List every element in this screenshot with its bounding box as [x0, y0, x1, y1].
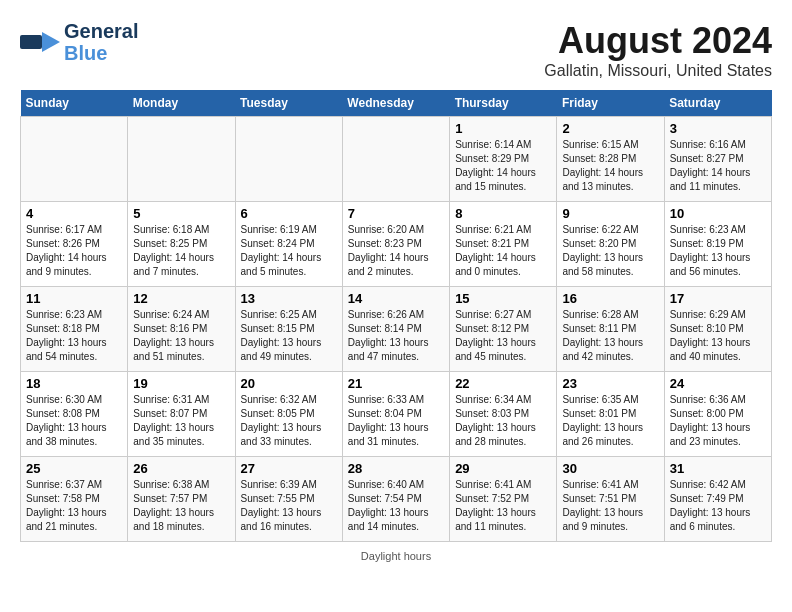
logo-text-blue: Blue: [64, 42, 138, 64]
day-header-tuesday: Tuesday: [235, 90, 342, 117]
cell-info: Sunrise: 6:15 AMSunset: 8:28 PMDaylight:…: [562, 138, 658, 194]
calendar-cell: 23Sunrise: 6:35 AMSunset: 8:01 PMDayligh…: [557, 372, 664, 457]
calendar-cell: 17Sunrise: 6:29 AMSunset: 8:10 PMDayligh…: [664, 287, 771, 372]
calendar-cell: 30Sunrise: 6:41 AMSunset: 7:51 PMDayligh…: [557, 457, 664, 542]
date-number: 5: [133, 206, 229, 221]
footer-note: Daylight hours: [20, 550, 772, 562]
date-number: 30: [562, 461, 658, 476]
day-header-saturday: Saturday: [664, 90, 771, 117]
date-number: 22: [455, 376, 551, 391]
logo: General Blue: [20, 20, 138, 64]
cell-info: Sunrise: 6:19 AMSunset: 8:24 PMDaylight:…: [241, 223, 337, 279]
cell-info: Sunrise: 6:18 AMSunset: 8:25 PMDaylight:…: [133, 223, 229, 279]
calendar-cell: [128, 117, 235, 202]
cell-info: Sunrise: 6:41 AMSunset: 7:52 PMDaylight:…: [455, 478, 551, 534]
date-number: 28: [348, 461, 444, 476]
cell-info: Sunrise: 6:35 AMSunset: 8:01 PMDaylight:…: [562, 393, 658, 449]
date-number: 29: [455, 461, 551, 476]
date-number: 12: [133, 291, 229, 306]
date-number: 9: [562, 206, 658, 221]
page-subtitle: Gallatin, Missouri, United States: [544, 62, 772, 80]
calendar-cell: 3Sunrise: 6:16 AMSunset: 8:27 PMDaylight…: [664, 117, 771, 202]
date-number: 4: [26, 206, 122, 221]
calendar-cell: 2Sunrise: 6:15 AMSunset: 8:28 PMDaylight…: [557, 117, 664, 202]
date-number: 31: [670, 461, 766, 476]
calendar-cell: 18Sunrise: 6:30 AMSunset: 8:08 PMDayligh…: [21, 372, 128, 457]
calendar-cell: 8Sunrise: 6:21 AMSunset: 8:21 PMDaylight…: [450, 202, 557, 287]
date-number: 15: [455, 291, 551, 306]
day-header-friday: Friday: [557, 90, 664, 117]
date-number: 17: [670, 291, 766, 306]
calendar-cell: 9Sunrise: 6:22 AMSunset: 8:20 PMDaylight…: [557, 202, 664, 287]
calendar-week-row: 11Sunrise: 6:23 AMSunset: 8:18 PMDayligh…: [21, 287, 772, 372]
calendar-cell: 19Sunrise: 6:31 AMSunset: 8:07 PMDayligh…: [128, 372, 235, 457]
calendar-cell: 7Sunrise: 6:20 AMSunset: 8:23 PMDaylight…: [342, 202, 449, 287]
cell-info: Sunrise: 6:26 AMSunset: 8:14 PMDaylight:…: [348, 308, 444, 364]
page-title: August 2024: [544, 20, 772, 62]
title-block: August 2024 Gallatin, Missouri, United S…: [544, 20, 772, 80]
date-number: 2: [562, 121, 658, 136]
calendar-table: SundayMondayTuesdayWednesdayThursdayFrid…: [20, 90, 772, 542]
calendar-cell: 12Sunrise: 6:24 AMSunset: 8:16 PMDayligh…: [128, 287, 235, 372]
calendar-cell: 26Sunrise: 6:38 AMSunset: 7:57 PMDayligh…: [128, 457, 235, 542]
logo-graphic: [20, 27, 60, 57]
header: General Blue August 2024 Gallatin, Misso…: [20, 20, 772, 80]
calendar-cell: 28Sunrise: 6:40 AMSunset: 7:54 PMDayligh…: [342, 457, 449, 542]
cell-info: Sunrise: 6:32 AMSunset: 8:05 PMDaylight:…: [241, 393, 337, 449]
logo-text: General: [64, 20, 138, 42]
date-number: 27: [241, 461, 337, 476]
date-number: 7: [348, 206, 444, 221]
cell-info: Sunrise: 6:30 AMSunset: 8:08 PMDaylight:…: [26, 393, 122, 449]
day-header-wednesday: Wednesday: [342, 90, 449, 117]
date-number: 20: [241, 376, 337, 391]
calendar-cell: [342, 117, 449, 202]
date-number: 10: [670, 206, 766, 221]
date-number: 13: [241, 291, 337, 306]
calendar-cell: [235, 117, 342, 202]
calendar-cell: 13Sunrise: 6:25 AMSunset: 8:15 PMDayligh…: [235, 287, 342, 372]
date-number: 23: [562, 376, 658, 391]
date-number: 21: [348, 376, 444, 391]
calendar-cell: 11Sunrise: 6:23 AMSunset: 8:18 PMDayligh…: [21, 287, 128, 372]
cell-info: Sunrise: 6:23 AMSunset: 8:18 PMDaylight:…: [26, 308, 122, 364]
calendar-cell: 29Sunrise: 6:41 AMSunset: 7:52 PMDayligh…: [450, 457, 557, 542]
cell-info: Sunrise: 6:24 AMSunset: 8:16 PMDaylight:…: [133, 308, 229, 364]
calendar-header-row: SundayMondayTuesdayWednesdayThursdayFrid…: [21, 90, 772, 117]
calendar-cell: 21Sunrise: 6:33 AMSunset: 8:04 PMDayligh…: [342, 372, 449, 457]
cell-info: Sunrise: 6:21 AMSunset: 8:21 PMDaylight:…: [455, 223, 551, 279]
calendar-week-row: 18Sunrise: 6:30 AMSunset: 8:08 PMDayligh…: [21, 372, 772, 457]
calendar-cell: 10Sunrise: 6:23 AMSunset: 8:19 PMDayligh…: [664, 202, 771, 287]
calendar-cell: 14Sunrise: 6:26 AMSunset: 8:14 PMDayligh…: [342, 287, 449, 372]
date-number: 14: [348, 291, 444, 306]
calendar-cell: 16Sunrise: 6:28 AMSunset: 8:11 PMDayligh…: [557, 287, 664, 372]
cell-info: Sunrise: 6:28 AMSunset: 8:11 PMDaylight:…: [562, 308, 658, 364]
cell-info: Sunrise: 6:17 AMSunset: 8:26 PMDaylight:…: [26, 223, 122, 279]
cell-info: Sunrise: 6:25 AMSunset: 8:15 PMDaylight:…: [241, 308, 337, 364]
cell-info: Sunrise: 6:16 AMSunset: 8:27 PMDaylight:…: [670, 138, 766, 194]
cell-info: Sunrise: 6:40 AMSunset: 7:54 PMDaylight:…: [348, 478, 444, 534]
day-header-thursday: Thursday: [450, 90, 557, 117]
cell-info: Sunrise: 6:33 AMSunset: 8:04 PMDaylight:…: [348, 393, 444, 449]
date-number: 24: [670, 376, 766, 391]
day-header-monday: Monday: [128, 90, 235, 117]
cell-info: Sunrise: 6:41 AMSunset: 7:51 PMDaylight:…: [562, 478, 658, 534]
calendar-cell: 6Sunrise: 6:19 AMSunset: 8:24 PMDaylight…: [235, 202, 342, 287]
cell-info: Sunrise: 6:38 AMSunset: 7:57 PMDaylight:…: [133, 478, 229, 534]
calendar-cell: [21, 117, 128, 202]
cell-info: Sunrise: 6:31 AMSunset: 8:07 PMDaylight:…: [133, 393, 229, 449]
calendar-week-row: 4Sunrise: 6:17 AMSunset: 8:26 PMDaylight…: [21, 202, 772, 287]
cell-info: Sunrise: 6:39 AMSunset: 7:55 PMDaylight:…: [241, 478, 337, 534]
cell-info: Sunrise: 6:29 AMSunset: 8:10 PMDaylight:…: [670, 308, 766, 364]
cell-info: Sunrise: 6:36 AMSunset: 8:00 PMDaylight:…: [670, 393, 766, 449]
calendar-week-row: 25Sunrise: 6:37 AMSunset: 7:58 PMDayligh…: [21, 457, 772, 542]
calendar-cell: 22Sunrise: 6:34 AMSunset: 8:03 PMDayligh…: [450, 372, 557, 457]
calendar-cell: 15Sunrise: 6:27 AMSunset: 8:12 PMDayligh…: [450, 287, 557, 372]
calendar-cell: 27Sunrise: 6:39 AMSunset: 7:55 PMDayligh…: [235, 457, 342, 542]
cell-info: Sunrise: 6:42 AMSunset: 7:49 PMDaylight:…: [670, 478, 766, 534]
date-number: 25: [26, 461, 122, 476]
date-number: 16: [562, 291, 658, 306]
cell-info: Sunrise: 6:37 AMSunset: 7:58 PMDaylight:…: [26, 478, 122, 534]
calendar-cell: 4Sunrise: 6:17 AMSunset: 8:26 PMDaylight…: [21, 202, 128, 287]
date-number: 18: [26, 376, 122, 391]
calendar-cell: 31Sunrise: 6:42 AMSunset: 7:49 PMDayligh…: [664, 457, 771, 542]
